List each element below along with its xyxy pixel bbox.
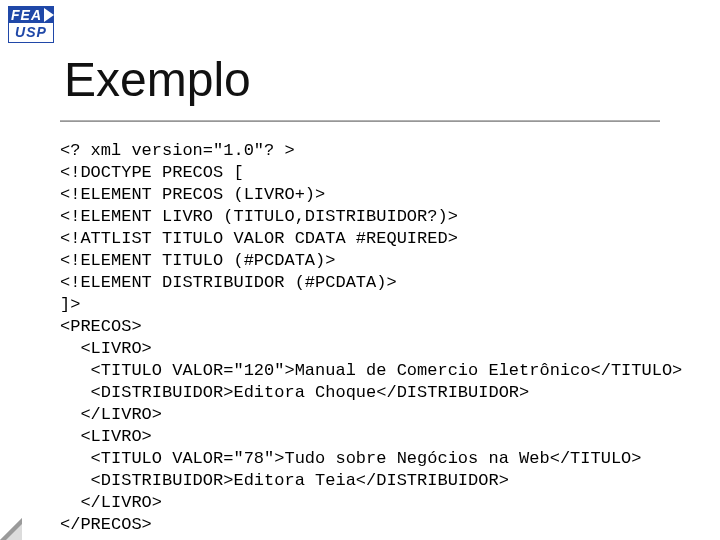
logo-top: FEA [8, 6, 54, 23]
slide-title: Exemplo [64, 56, 251, 104]
logo-top-text: FEA [11, 8, 42, 22]
triangle-icon [44, 8, 54, 22]
logo: FEA USP [8, 6, 54, 43]
title-underline [60, 120, 660, 122]
code-block: <? xml version="1.0"? > <!DOCTYPE PRECOS… [60, 140, 700, 536]
logo-bottom: USP [8, 23, 54, 43]
logo-bottom-text: USP [15, 24, 47, 40]
page-corner-icon [0, 518, 22, 540]
